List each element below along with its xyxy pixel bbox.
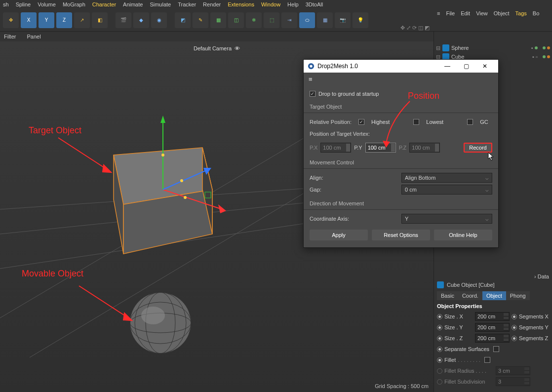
tree-label: Sphere xyxy=(451,45,469,51)
primitive-cube-icon[interactable]: ◩ xyxy=(175,12,191,28)
pen-tool-icon[interactable]: ✎ xyxy=(193,12,208,28)
attr-title: Cube Object [Cube] xyxy=(447,282,495,288)
drop2mesh-dialog: Drop2Mesh 1.0 — ▢ ✕ ≡ Drop to ground at … xyxy=(303,59,499,248)
menu-item[interactable]: sh xyxy=(3,1,9,7)
size-y-input[interactable]: 200 cm xyxy=(475,323,510,332)
size-x-label: Size . X xyxy=(444,314,473,319)
tree-row-sphere[interactable]: ⊟ Sphere ▪ xyxy=(436,43,550,52)
light-icon[interactable]: 💡 xyxy=(353,12,368,28)
cloner-icon[interactable]: ⬚ xyxy=(264,12,279,28)
viewport-icons[interactable]: ✥ ⤢ ⟳ ◫ ◩ xyxy=(400,25,430,31)
radio[interactable] xyxy=(512,336,517,341)
camera-icon[interactable]: 📷 xyxy=(335,12,351,28)
menu-item[interactable]: Spline xyxy=(16,1,31,7)
menu-item[interactable]: 3DtoAll xyxy=(306,1,323,7)
maximize-icon[interactable]: ▢ xyxy=(457,63,475,70)
movement-control-group: Movement Control xyxy=(310,159,492,165)
bookmarks-tab[interactable]: Bo xyxy=(533,10,539,16)
tab-coord[interactable]: Coord. xyxy=(458,291,482,300)
svg-marker-15 xyxy=(203,168,211,175)
sep-surf-check[interactable] xyxy=(493,346,499,352)
radio[interactable] xyxy=(512,325,517,330)
sphere-object xyxy=(130,292,191,353)
gc-check[interactable] xyxy=(467,119,473,125)
subdiv-icon[interactable]: ▦ xyxy=(210,12,226,28)
menu-item[interactable]: Window xyxy=(261,1,280,7)
tab-phong[interactable]: Phong xyxy=(506,291,530,300)
px-input[interactable]: 100 cm xyxy=(320,143,351,153)
constraint-icon[interactable]: ⇥ xyxy=(281,12,297,28)
axis-z-icon[interactable]: Z xyxy=(56,12,72,28)
file-tab[interactable]: File xyxy=(446,10,455,16)
pos-vertex-label: Position of Target Vertex: xyxy=(310,131,370,137)
view-tab[interactable]: View xyxy=(476,10,488,16)
gap-input[interactable]: 0 cm xyxy=(401,185,492,195)
radio[interactable] xyxy=(512,314,517,319)
panel-label[interactable]: Panel xyxy=(27,34,40,39)
attribute-panel: › Data Cube Object [Cube] Basic Coord. O… xyxy=(434,272,552,392)
filter-label[interactable]: Filter xyxy=(4,34,16,39)
keyframe-icon[interactable]: ◆ xyxy=(133,12,149,28)
svg-point-21 xyxy=(130,313,191,333)
pz-input[interactable]: 100 cm xyxy=(409,143,440,153)
reset-button[interactable]: Reset Options xyxy=(372,230,430,240)
axis-x-icon[interactable]: X xyxy=(21,12,37,28)
gap-label: Gap: xyxy=(310,187,398,193)
tags-tab[interactable]: Tags xyxy=(515,10,527,16)
sep-surf-label: Separate Surfaces xyxy=(444,346,489,352)
dialog-titlebar[interactable]: Drop2Mesh 1.0 — ▢ ✕ xyxy=(304,60,498,73)
align-select[interactable]: Align Bottom xyxy=(401,173,492,183)
field-icon[interactable]: ❄ xyxy=(246,12,262,28)
svg-line-12 xyxy=(163,190,222,209)
radio[interactable] xyxy=(437,325,442,330)
tab-object[interactable]: Object xyxy=(482,291,506,300)
highest-label: Highest xyxy=(371,119,390,125)
axis-select[interactable]: Y xyxy=(401,214,492,224)
floor-icon[interactable]: ▦ xyxy=(317,12,333,28)
menu-item[interactable]: Animate xyxy=(123,1,143,7)
seg-z-label: Segments Z xyxy=(519,335,548,341)
menu-item[interactable]: Extensions xyxy=(228,1,254,7)
autokey-icon[interactable]: ◉ xyxy=(151,12,167,28)
fillet-check[interactable] xyxy=(484,357,490,363)
radio[interactable] xyxy=(437,336,442,341)
radio[interactable] xyxy=(437,314,442,319)
size-x-input[interactable]: 200 cm xyxy=(475,312,510,321)
highest-check[interactable] xyxy=(358,119,364,125)
userdata-label[interactable]: Data xyxy=(538,274,549,279)
hamburger-icon[interactable]: ≡ xyxy=(304,73,498,86)
record-button[interactable]: Record xyxy=(464,143,492,153)
radio[interactable] xyxy=(437,357,442,363)
size-z-input[interactable]: 200 cm xyxy=(475,334,510,343)
radio[interactable] xyxy=(437,347,442,352)
menu-item[interactable]: Simulate xyxy=(150,1,171,7)
startup-check[interactable] xyxy=(310,91,315,97)
menu-icon[interactable]: ≡ xyxy=(437,10,440,16)
svg-marker-27 xyxy=(103,165,111,172)
cube-object xyxy=(114,148,212,254)
tab-basic[interactable]: Basic xyxy=(437,291,458,300)
menu-item[interactable]: MoGraph xyxy=(63,1,85,7)
deformer-icon[interactable]: ◫ xyxy=(228,12,244,28)
apply-button[interactable]: Apply xyxy=(310,230,368,240)
menu-item[interactable]: Tracker xyxy=(178,1,196,7)
cube-gizmo-icon[interactable]: ◧ xyxy=(92,12,108,28)
menu-item[interactable]: Render xyxy=(203,1,221,7)
snap-icon[interactable]: ⬭ xyxy=(299,12,315,28)
edit-tab[interactable]: Edit xyxy=(461,10,470,16)
svg-point-22 xyxy=(130,302,191,344)
take-icon[interactable]: 🎬 xyxy=(116,12,131,28)
py-input[interactable]: 100 cm xyxy=(365,143,396,153)
coord-toggle-icon[interactable]: ↗ xyxy=(74,12,90,28)
move-tool-icon[interactable]: ✥ xyxy=(3,12,19,28)
fillet-dots: . . . . . . . . xyxy=(458,357,480,363)
help-button[interactable]: Online Help xyxy=(434,230,492,240)
axis-y-icon[interactable]: Y xyxy=(39,12,54,28)
close-icon[interactable]: ✕ xyxy=(475,63,494,70)
menu-item[interactable]: Help xyxy=(287,1,299,7)
minimize-icon[interactable]: — xyxy=(438,63,457,70)
lowest-check[interactable] xyxy=(413,119,419,125)
menu-item[interactable]: Character xyxy=(92,1,116,7)
menu-item[interactable]: Volume xyxy=(38,1,56,7)
object-tab[interactable]: Object xyxy=(494,10,510,16)
